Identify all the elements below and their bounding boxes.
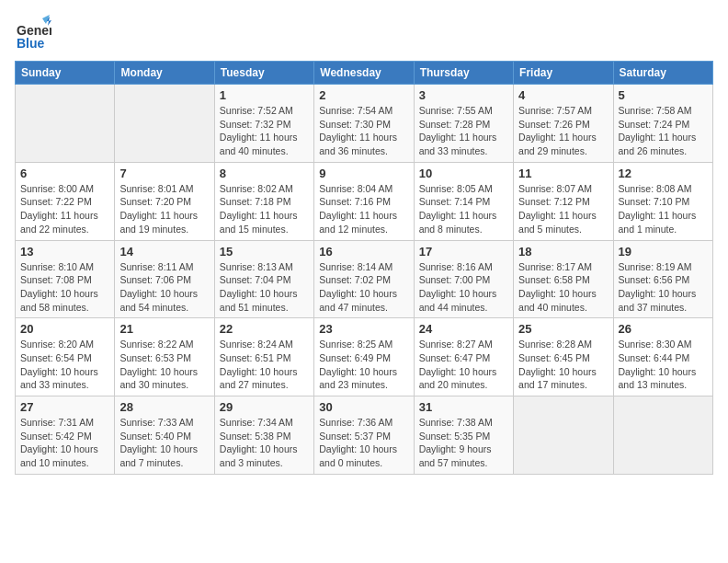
- day-number: 23: [319, 322, 408, 336]
- day-cell: 1Sunrise: 7:52 AM Sunset: 7:32 PM Daylig…: [214, 85, 313, 163]
- logo-icon: General Blue: [15, 15, 51, 52]
- day-number: 16: [319, 245, 408, 259]
- day-info: Sunrise: 8:28 AM Sunset: 6:45 PM Dayligh…: [518, 338, 608, 392]
- day-info: Sunrise: 8:25 AM Sunset: 6:49 PM Dayligh…: [319, 338, 408, 392]
- day-number: 14: [119, 245, 209, 259]
- day-info: Sunrise: 7:33 AM Sunset: 5:40 PM Dayligh…: [119, 416, 209, 470]
- day-info: Sunrise: 8:01 AM Sunset: 7:20 PM Dayligh…: [119, 182, 209, 236]
- week-row-1: 1Sunrise: 7:52 AM Sunset: 7:32 PM Daylig…: [16, 85, 713, 163]
- day-cell: 14Sunrise: 8:11 AM Sunset: 7:06 PM Dayli…: [115, 240, 214, 318]
- day-info: Sunrise: 7:54 AM Sunset: 7:30 PM Dayligh…: [319, 104, 408, 158]
- day-cell: 9Sunrise: 8:04 AM Sunset: 7:16 PM Daylig…: [314, 162, 414, 240]
- day-cell: 21Sunrise: 8:22 AM Sunset: 6:53 PM Dayli…: [115, 318, 214, 396]
- weekday-header-sunday: Sunday: [16, 62, 115, 85]
- day-info: Sunrise: 8:20 AM Sunset: 6:54 PM Dayligh…: [20, 338, 109, 392]
- day-info: Sunrise: 8:16 AM Sunset: 7:00 PM Dayligh…: [419, 260, 508, 315]
- calendar: SundayMondayTuesdayWednesdayThursdayFrid…: [15, 61, 713, 475]
- day-number: 9: [319, 167, 408, 180]
- day-cell: 23Sunrise: 8:25 AM Sunset: 6:49 PM Dayli…: [314, 318, 414, 396]
- day-number: 7: [119, 167, 209, 180]
- day-number: 31: [419, 400, 508, 414]
- day-number: 20: [20, 322, 109, 336]
- day-cell: 26Sunrise: 8:30 AM Sunset: 6:44 PM Dayli…: [613, 318, 712, 396]
- day-cell: 2Sunrise: 7:54 AM Sunset: 7:30 PM Daylig…: [314, 85, 414, 163]
- day-info: Sunrise: 8:08 AM Sunset: 7:10 PM Dayligh…: [619, 182, 708, 236]
- day-info: Sunrise: 8:17 AM Sunset: 6:58 PM Dayligh…: [518, 260, 608, 315]
- day-number: 13: [20, 245, 109, 259]
- day-number: 10: [419, 167, 508, 180]
- day-cell: 6Sunrise: 8:00 AM Sunset: 7:22 PM Daylig…: [16, 162, 115, 240]
- day-cell: 16Sunrise: 8:14 AM Sunset: 7:02 PM Dayli…: [314, 240, 414, 318]
- day-info: Sunrise: 7:55 AM Sunset: 7:28 PM Dayligh…: [419, 104, 508, 158]
- day-info: Sunrise: 8:00 AM Sunset: 7:22 PM Dayligh…: [20, 182, 109, 236]
- day-number: 25: [518, 322, 608, 336]
- day-cell: 24Sunrise: 8:27 AM Sunset: 6:47 PM Dayli…: [414, 318, 513, 396]
- day-cell: 28Sunrise: 7:33 AM Sunset: 5:40 PM Dayli…: [115, 396, 214, 475]
- day-cell: 5Sunrise: 7:58 AM Sunset: 7:24 PM Daylig…: [613, 85, 712, 163]
- day-cell: 3Sunrise: 7:55 AM Sunset: 7:28 PM Daylig…: [414, 85, 513, 163]
- weekday-header-thursday: Thursday: [414, 62, 513, 85]
- day-cell: 31Sunrise: 7:38 AM Sunset: 5:35 PM Dayli…: [414, 396, 513, 475]
- day-number: 5: [619, 88, 708, 102]
- day-cell: 20Sunrise: 8:20 AM Sunset: 6:54 PM Dayli…: [16, 318, 115, 396]
- weekday-header-saturday: Saturday: [613, 62, 712, 85]
- day-info: Sunrise: 8:05 AM Sunset: 7:14 PM Dayligh…: [419, 182, 508, 236]
- day-number: 11: [518, 167, 608, 180]
- day-cell: 8Sunrise: 8:02 AM Sunset: 7:18 PM Daylig…: [214, 162, 313, 240]
- logo: General Blue: [15, 15, 51, 52]
- day-info: Sunrise: 7:36 AM Sunset: 5:37 PM Dayligh…: [319, 416, 408, 470]
- day-info: Sunrise: 8:07 AM Sunset: 7:12 PM Dayligh…: [518, 182, 608, 236]
- day-number: 8: [220, 167, 309, 180]
- day-number: 26: [619, 322, 708, 336]
- day-cell: 18Sunrise: 8:17 AM Sunset: 6:58 PM Dayli…: [514, 240, 613, 318]
- day-info: Sunrise: 8:19 AM Sunset: 6:56 PM Dayligh…: [619, 260, 708, 315]
- day-info: Sunrise: 7:57 AM Sunset: 7:26 PM Dayligh…: [518, 104, 608, 158]
- day-number: 22: [220, 322, 309, 336]
- day-cell: 27Sunrise: 7:31 AM Sunset: 5:42 PM Dayli…: [16, 396, 115, 475]
- calendar-header-row: SundayMondayTuesdayWednesdayThursdayFrid…: [16, 62, 713, 85]
- day-info: Sunrise: 8:24 AM Sunset: 6:51 PM Dayligh…: [220, 338, 309, 392]
- page-header: General Blue: [15, 15, 713, 52]
- day-info: Sunrise: 8:22 AM Sunset: 6:53 PM Dayligh…: [119, 338, 209, 392]
- day-cell: 11Sunrise: 8:07 AM Sunset: 7:12 PM Dayli…: [514, 162, 613, 240]
- day-number: 1: [220, 88, 309, 102]
- weekday-header-tuesday: Tuesday: [214, 62, 313, 85]
- day-info: Sunrise: 7:34 AM Sunset: 5:38 PM Dayligh…: [220, 416, 309, 470]
- day-number: 29: [220, 400, 309, 414]
- day-number: 4: [518, 88, 608, 102]
- day-info: Sunrise: 7:31 AM Sunset: 5:42 PM Dayligh…: [20, 416, 109, 470]
- day-number: 18: [518, 245, 608, 259]
- week-row-2: 6Sunrise: 8:00 AM Sunset: 7:22 PM Daylig…: [16, 162, 713, 240]
- day-number: 2: [319, 88, 408, 102]
- week-row-5: 27Sunrise: 7:31 AM Sunset: 5:42 PM Dayli…: [16, 396, 713, 475]
- weekday-header-friday: Friday: [514, 62, 613, 85]
- day-cell: 19Sunrise: 8:19 AM Sunset: 6:56 PM Dayli…: [613, 240, 712, 318]
- day-info: Sunrise: 7:58 AM Sunset: 7:24 PM Dayligh…: [619, 104, 708, 158]
- day-number: 15: [220, 245, 309, 259]
- day-number: 27: [20, 400, 109, 414]
- day-cell: 22Sunrise: 8:24 AM Sunset: 6:51 PM Dayli…: [214, 318, 313, 396]
- day-cell: [16, 85, 115, 163]
- day-number: 24: [419, 322, 508, 336]
- day-cell: 12Sunrise: 8:08 AM Sunset: 7:10 PM Dayli…: [613, 162, 712, 240]
- day-cell: 7Sunrise: 8:01 AM Sunset: 7:20 PM Daylig…: [115, 162, 214, 240]
- day-number: 12: [619, 167, 708, 180]
- svg-text:Blue: Blue: [17, 36, 45, 51]
- day-info: Sunrise: 8:27 AM Sunset: 6:47 PM Dayligh…: [419, 338, 508, 392]
- day-number: 17: [419, 245, 508, 259]
- day-info: Sunrise: 7:52 AM Sunset: 7:32 PM Dayligh…: [220, 104, 309, 158]
- day-cell: 10Sunrise: 8:05 AM Sunset: 7:14 PM Dayli…: [414, 162, 513, 240]
- day-info: Sunrise: 8:10 AM Sunset: 7:08 PM Dayligh…: [20, 260, 109, 315]
- day-info: Sunrise: 8:11 AM Sunset: 7:06 PM Dayligh…: [119, 260, 209, 315]
- day-cell: 29Sunrise: 7:34 AM Sunset: 5:38 PM Dayli…: [214, 396, 313, 475]
- day-cell: 25Sunrise: 8:28 AM Sunset: 6:45 PM Dayli…: [514, 318, 613, 396]
- day-info: Sunrise: 8:13 AM Sunset: 7:04 PM Dayligh…: [220, 260, 309, 315]
- day-cell: [115, 85, 214, 163]
- day-cell: 30Sunrise: 7:36 AM Sunset: 5:37 PM Dayli…: [314, 396, 414, 475]
- day-cell: 4Sunrise: 7:57 AM Sunset: 7:26 PM Daylig…: [514, 85, 613, 163]
- weekday-header-wednesday: Wednesday: [314, 62, 414, 85]
- day-number: 19: [619, 245, 708, 259]
- day-info: Sunrise: 8:02 AM Sunset: 7:18 PM Dayligh…: [220, 182, 309, 236]
- day-cell: [514, 396, 613, 475]
- day-number: 28: [119, 400, 209, 414]
